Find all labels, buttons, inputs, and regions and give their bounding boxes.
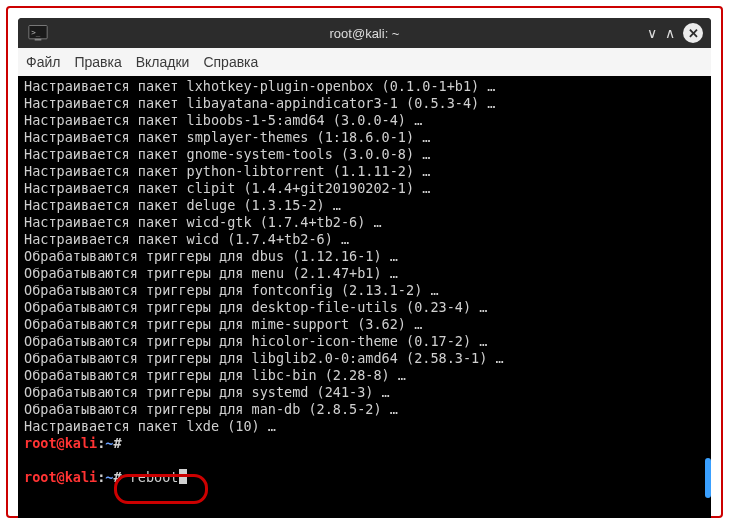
output-line: Настраивается пакет clipit (1.4.4+git201… (24, 180, 705, 197)
output-line: Обрабатываются триггеры для libglib2.0-0… (24, 350, 705, 367)
menubar: Файл Правка Вкладки Справка (18, 48, 711, 76)
minimize-button[interactable]: ∨ (647, 25, 657, 41)
output-line: Настраивается пакет python-libtorrent (1… (24, 163, 705, 180)
menu-help[interactable]: Справка (203, 54, 258, 70)
output-line: Настраивается пакет lxhotkey-plugin-open… (24, 78, 705, 95)
menu-file[interactable]: Файл (26, 54, 60, 70)
output-line: Обрабатываются триггеры для hicolor-icon… (24, 333, 705, 350)
annotation-outer-border: >_ root@kali: ~ ∨ ∧ ✕ Файл Правка Вкладк… (6, 6, 723, 518)
current-command: reboot (130, 469, 179, 485)
output-line: Настраивается пакет lxde (10) … (24, 418, 705, 435)
window-controls: ∨ ∧ ✕ (647, 23, 711, 43)
output-line: Настраивается пакет smplayer-themes (1:1… (24, 129, 705, 146)
prompt-userhost: root@kali (24, 469, 97, 485)
output-line: Обрабатываются триггеры для dbus (1.12.1… (24, 248, 705, 265)
output-line: Обрабатываются триггеры для systemd (241… (24, 384, 705, 401)
terminal-icon: >_ (28, 24, 48, 42)
output-line: Обрабатываются триггеры для fontconfig (… (24, 282, 705, 299)
menu-tabs[interactable]: Вкладки (136, 54, 190, 70)
titlebar: >_ root@kali: ~ ∨ ∧ ✕ (18, 18, 711, 48)
close-button[interactable]: ✕ (683, 23, 703, 43)
output-line: Обрабатываются триггеры для libc-bin (2.… (24, 367, 705, 384)
prompt-symbol: # (113, 469, 121, 485)
output-line: Настраивается пакет wicd-gtk (1.7.4+tb2-… (24, 214, 705, 231)
terminal-window: >_ root@kali: ~ ∨ ∧ ✕ Файл Правка Вкладк… (18, 18, 711, 518)
maximize-button[interactable]: ∧ (665, 25, 675, 41)
output-line: Обрабатываются триггеры для mime-support… (24, 316, 705, 333)
scrollbar[interactable] (703, 104, 711, 506)
output-line: Обрабатываются триггеры для menu (2.1.47… (24, 265, 705, 282)
output-line: Настраивается пакет deluge (1.3.15-2) … (24, 197, 705, 214)
output-line: Настраивается пакет wicd (1.7.4+tb2-6) … (24, 231, 705, 248)
output-line: Настраивается пакет libayatana-appindica… (24, 95, 705, 112)
output-line: Обрабатываются триггеры для desktop-file… (24, 299, 705, 316)
output-line: Обрабатываются триггеры для man-db (2.8.… (24, 401, 705, 418)
prompt-symbol: # (113, 435, 121, 451)
scrollbar-thumb[interactable] (705, 458, 711, 498)
prompt-line-current[interactable]: root@kali:~# reboot (24, 469, 705, 486)
svg-text:>_: >_ (31, 28, 41, 37)
svg-rect-1 (35, 39, 42, 41)
output-line: Настраивается пакет gnome-system-tools (… (24, 146, 705, 163)
prompt-line-previous: root@kali:~# (24, 435, 705, 452)
prompt-userhost: root@kali (24, 435, 97, 451)
terminal-output[interactable]: Настраивается пакет lxhotkey-plugin-open… (18, 76, 711, 518)
close-icon: ✕ (688, 26, 699, 41)
menu-edit[interactable]: Правка (74, 54, 121, 70)
cursor (179, 469, 187, 484)
window-title: root@kali: ~ (330, 26, 400, 41)
output-line: Настраивается пакет liboobs-1-5:amd64 (3… (24, 112, 705, 129)
